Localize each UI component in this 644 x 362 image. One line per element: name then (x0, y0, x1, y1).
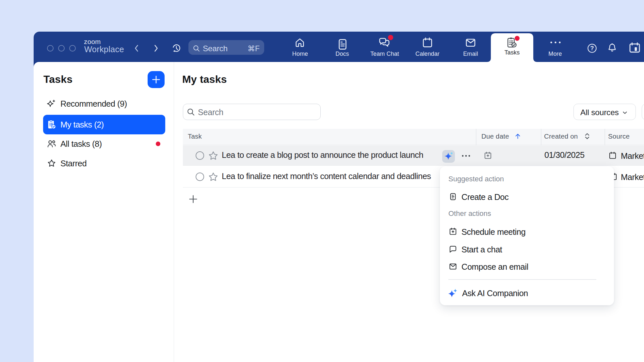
svg-text:?: ? (590, 45, 594, 52)
